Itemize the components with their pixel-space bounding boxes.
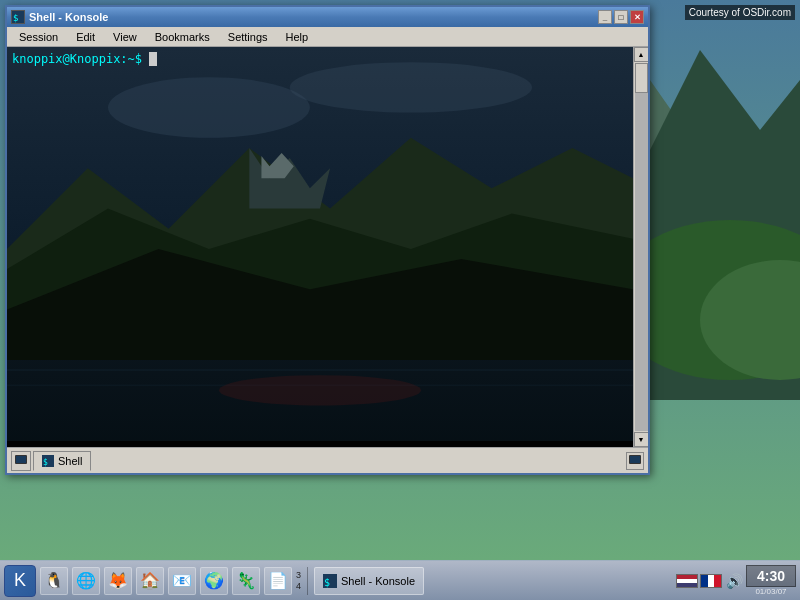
svg-text:$: $ [324,577,330,588]
tab-shell[interactable]: $ Shell [33,451,91,471]
new-tab-button[interactable] [11,451,31,471]
menu-edit[interactable]: Edit [68,29,103,45]
terminal-prompt: knoppix@Knoppix:~$ [12,52,157,66]
volume-icon[interactable]: 🔊 [726,573,742,589]
konsole-taskbar-button[interactable]: $ Shell - Konsole [314,567,424,595]
svg-rect-25 [630,456,640,463]
home-icon[interactable]: 🏠 [136,567,164,595]
document-icon[interactable]: 📄 [264,567,292,595]
title-bar: $ Shell - Konsole _ □ ✕ [7,7,648,27]
svg-text:$: $ [43,458,48,467]
scroll-up-button[interactable]: ▲ [634,47,649,62]
scrollbar-thumb[interactable] [635,63,648,93]
title-bar-left: $ Shell - Konsole [11,10,108,24]
system-tray: 🔊 4:30 01/03/07 [676,565,796,596]
clock-date: 01/03/07 [755,587,786,596]
cursor [149,52,157,66]
start-button[interactable]: K [4,565,36,597]
tab-shell-icon: $ [42,455,54,467]
tab-close-button[interactable] [626,452,644,470]
uk-flag-icon [700,574,722,588]
svg-rect-21 [16,456,26,463]
terminal-area[interactable]: knoppix@Knoppix:~$ ▲ ▼ [7,47,648,447]
window-controls: _ □ ✕ [598,10,644,24]
menu-view[interactable]: View [105,29,145,45]
taskbar-separator-1 [307,567,308,595]
mozilla-icon[interactable]: 🦎 [232,567,260,595]
scroll-down-button[interactable]: ▼ [634,432,649,447]
watermark: Courtesy of OSDir.com [685,5,795,20]
svg-text:$: $ [13,13,18,23]
us-flag-icon [676,574,698,588]
menu-session[interactable]: Session [11,29,66,45]
kde-icon: K [14,570,26,591]
konsole-app-icon: $ [11,10,25,24]
menu-help[interactable]: Help [278,29,317,45]
terminal-content[interactable]: knoppix@Knoppix:~$ [7,47,633,447]
taskbar: K 🐧 🌐 🦊 🏠 📧 🌍 🦎 📄 3 4 $ Shell - Konsole [0,560,800,600]
minimize-button[interactable]: _ [598,10,612,24]
window-title: Shell - Konsole [29,11,108,23]
flag-icons [676,574,722,588]
konsole-window: $ Shell - Konsole _ □ ✕ Session Edit Vie… [5,5,650,475]
tux-icon[interactable]: 🐧 [40,567,68,595]
network-icon[interactable]: 🌍 [200,567,228,595]
desktop: Courtesy of OSDir.com $ Shell - Konsole … [0,0,800,600]
stacked-numbers: 3 4 [296,570,301,591]
terminal-landscape [7,47,633,441]
terminal-scrollbar[interactable]: ▲ ▼ [633,47,648,447]
stack-num-1: 3 [296,570,301,580]
maximize-button[interactable]: □ [614,10,628,24]
menu-bookmarks[interactable]: Bookmarks [147,29,218,45]
menu-bar: Session Edit View Bookmarks Settings Hel… [7,27,648,47]
clock-time: 4:30 [746,565,796,587]
svg-point-9 [108,77,310,138]
close-button[interactable]: ✕ [630,10,644,24]
menu-settings[interactable]: Settings [220,29,276,45]
svg-point-19 [219,375,421,405]
browser-icon[interactable]: 🌐 [72,567,100,595]
email-icon[interactable]: 📧 [168,567,196,595]
konsole-taskbar-label: Shell - Konsole [341,575,415,587]
konqueror-icon[interactable]: 🦊 [104,567,132,595]
tab-bar: $ Shell [7,447,648,473]
stack-num-2: 4 [296,581,301,591]
clock-container[interactable]: 4:30 01/03/07 [746,565,796,596]
scrollbar-track[interactable] [635,63,648,431]
tab-shell-label: Shell [58,455,82,467]
prompt-text: knoppix@Knoppix:~$ [12,52,142,66]
konsole-taskbar-icon: $ [323,574,337,588]
svg-point-10 [290,62,532,112]
